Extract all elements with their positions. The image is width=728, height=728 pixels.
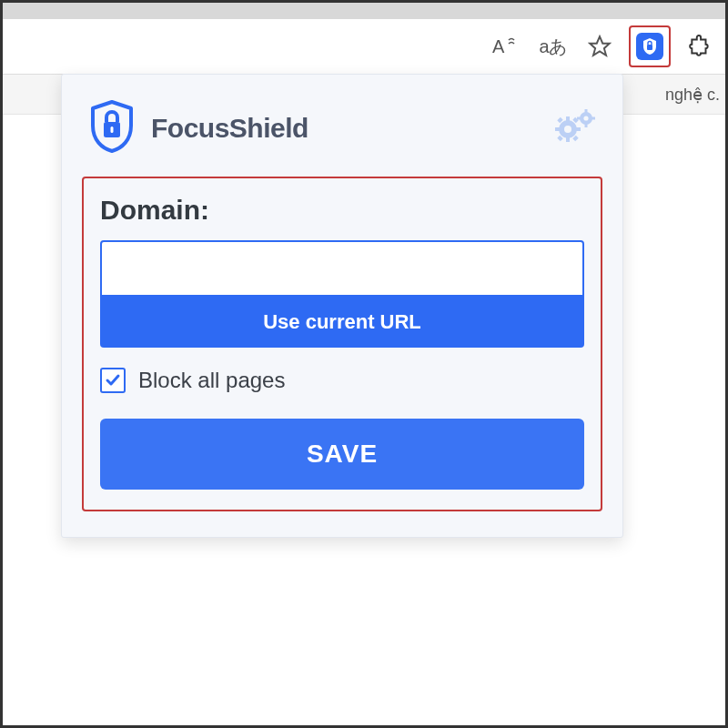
shield-lock-icon	[87, 98, 136, 158]
popup-header: FocusShield	[82, 91, 602, 177]
svg-text:A: A	[492, 36, 505, 56]
svg-rect-8	[566, 136, 570, 142]
svg-rect-9	[555, 127, 561, 131]
brand-row: FocusShield	[87, 98, 308, 158]
svg-rect-18	[585, 124, 588, 127]
extension-icon-highlight	[629, 25, 671, 67]
svg-point-16	[583, 116, 588, 120]
svg-rect-2	[647, 45, 652, 50]
svg-rect-20	[592, 117, 595, 120]
block-all-checkbox[interactable]	[100, 368, 126, 393]
translate-icon[interactable]: aあ	[534, 28, 571, 65]
browser-toolbar: A aあ	[3, 19, 725, 74]
partial-bookmark-text: nghệ c.	[665, 85, 720, 105]
svg-marker-1	[590, 36, 610, 56]
use-current-url-button[interactable]: Use current URL	[100, 297, 584, 348]
brand-title: FocusShield	[151, 113, 308, 144]
window-header-bar	[3, 3, 725, 19]
extensions-puzzle-icon[interactable]	[682, 28, 718, 65]
focusshield-extension-icon[interactable]	[636, 33, 663, 60]
domain-input[interactable]	[100, 240, 584, 297]
svg-point-6	[564, 126, 571, 133]
svg-rect-17	[585, 109, 588, 113]
svg-rect-4	[111, 126, 114, 133]
extension-popup: FocusShield	[61, 74, 623, 538]
text-size-icon[interactable]: A	[487, 28, 523, 65]
save-button[interactable]: SAVE	[100, 419, 584, 490]
favorite-star-icon[interactable]	[581, 28, 618, 65]
block-all-row: Block all pages	[100, 368, 584, 393]
svg-rect-19	[577, 117, 581, 120]
block-all-label: Block all pages	[138, 368, 285, 393]
domain-label: Domain:	[100, 195, 584, 226]
settings-gears-icon[interactable]	[551, 107, 597, 149]
svg-rect-7	[566, 116, 570, 122]
svg-rect-10	[575, 127, 581, 131]
form-highlight-box: Domain: Use current URL Block all pages …	[82, 177, 602, 511]
